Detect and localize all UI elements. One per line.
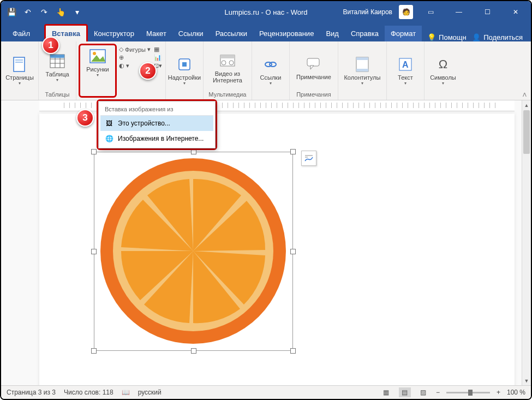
chevron-down-icon: ▾ — [183, 81, 186, 86]
user-name[interactable]: Виталий Каиров — [343, 8, 392, 16]
tab-mailings[interactable]: Рассылки — [210, 26, 253, 41]
titlebar: 💾 ↶ ↷ 👆 ▾ Lumpics.ru - О нас - Word Вита… — [1, 1, 531, 23]
layout-options-icon — [304, 154, 314, 163]
group-pages: Страницы ▾ — [1, 41, 39, 100]
scroll-down-icon[interactable]: ▼ — [522, 376, 531, 385]
minimize-button[interactable]: — — [448, 1, 470, 23]
svg-marker-21 — [310, 65, 314, 69]
smartart-button[interactable]: ▦ — [154, 46, 162, 53]
word-count[interactable]: Число слов: 118 — [64, 389, 113, 396]
group-label-tables: Таблицы — [45, 91, 70, 99]
document-area: ▲ ▼ — [1, 100, 531, 385]
resize-handle-tl[interactable] — [91, 149, 97, 154]
dropdown-header: Вставка изображения из — [100, 103, 213, 116]
document-page[interactable] — [39, 114, 515, 385]
symbols-button[interactable]: Ω Символы ▾ — [427, 44, 459, 98]
pictures-dropdown: Вставка изображения из 🖼 Это устройство.… — [98, 101, 216, 148]
shapes-icon: ◇ — [119, 46, 123, 53]
vertical-scrollbar[interactable]: ▲ ▼ — [522, 100, 531, 385]
chevron-down-icon: ▾ — [442, 81, 444, 86]
chevron-down-icon: ▾ — [97, 73, 99, 77]
tell-me[interactable]: 💡 Помощн — [427, 33, 467, 41]
chevron-down-icon: ▾ — [19, 81, 21, 86]
headerfooter-icon — [354, 56, 371, 73]
group-headerfooter: Колонтитулы ▾ — [338, 41, 387, 100]
lightbulb-icon: 💡 — [427, 33, 436, 41]
online-video-button[interactable]: Видео из Интернета — [206, 44, 249, 91]
group-comments: Примечание Примечания — [290, 41, 338, 100]
svg-rect-13 — [182, 62, 187, 67]
user-avatar[interactable]: 🧑 — [399, 5, 413, 19]
resize-handle-bm[interactable] — [191, 348, 196, 354]
video-icon — [219, 52, 236, 69]
share-button[interactable]: 👤 Поделиться — [472, 33, 531, 41]
group-label-media: Мультимедиа — [208, 91, 246, 99]
redo-icon[interactable]: ↷ — [38, 6, 50, 18]
language-indicator[interactable]: русский — [138, 389, 162, 396]
device-icon: 🖼 — [105, 119, 113, 128]
collapse-ribbon-icon[interactable]: ᐱ — [523, 92, 527, 98]
scroll-up-icon[interactable]: ▲ — [522, 100, 531, 110]
text-button[interactable]: A Текст ▾ — [389, 44, 422, 98]
tab-help[interactable]: Справка — [345, 26, 385, 41]
comment-button[interactable]: Примечание — [292, 44, 336, 91]
headerfooter-button[interactable]: Колонтитулы ▾ — [340, 44, 384, 98]
print-layout-icon[interactable]: ▤ — [399, 387, 411, 397]
group-label-comments: Примечания — [296, 91, 331, 99]
pictures-button[interactable]: Рисунки ▾ — [81, 46, 114, 79]
web-layout-icon[interactable]: ▨ — [417, 387, 429, 397]
resize-handle-tr[interactable] — [290, 149, 296, 154]
picture-icon — [89, 47, 106, 65]
tab-layout[interactable]: Макет — [140, 26, 172, 41]
zoom-slider[interactable] — [446, 392, 490, 393]
dropdown-online-pictures[interactable]: 🌐 Изображения в Интернете... — [100, 131, 213, 146]
text-icon: A — [397, 56, 414, 73]
tab-file[interactable]: Файл — [7, 26, 36, 41]
svg-rect-17 — [220, 55, 235, 58]
undo-icon[interactable]: ↶ — [22, 6, 34, 18]
tab-review[interactable]: Рецензирование — [253, 26, 320, 41]
close-button[interactable]: ✕ — [505, 1, 527, 23]
annotation-marker-3: 3 — [76, 109, 94, 127]
qat-dropdown-icon[interactable]: ▾ — [71, 6, 83, 18]
tab-format[interactable]: Формат — [385, 26, 422, 41]
annotation-marker-1: 1 — [42, 37, 59, 54]
resize-handle-mr[interactable] — [290, 249, 296, 254]
maximize-button[interactable]: ☐ — [476, 1, 498, 23]
chart-button[interactable]: 📊 — [154, 54, 162, 61]
scrollbar-thumb[interactable] — [523, 110, 530, 154]
group-links: Ссылки ▾ — [252, 41, 290, 100]
page-indicator[interactable]: Страница 3 из 3 — [7, 389, 56, 396]
group-text: A Текст ▾ — [387, 41, 425, 100]
window-title: Lumpics.ru - О нас - Word — [224, 8, 307, 16]
chevron-down-icon: ▾ — [404, 81, 407, 86]
svg-point-19 — [270, 62, 276, 67]
addins-button[interactable]: Надстройки ▾ — [168, 44, 201, 98]
layout-options-button[interactable] — [301, 151, 316, 166]
zoom-in-button[interactable]: + — [497, 389, 500, 396]
pages-button[interactable]: Страницы ▾ — [3, 44, 36, 98]
omega-icon: Ω — [434, 56, 452, 73]
addins-icon — [176, 56, 193, 73]
links-button[interactable]: Ссылки ▾ — [254, 44, 287, 98]
spellcheck-icon[interactable]: 📖 — [122, 389, 130, 396]
tab-design[interactable]: Конструктор — [88, 26, 140, 41]
resize-handle-bl[interactable] — [91, 348, 97, 354]
svg-rect-2 — [15, 62, 23, 63]
ribbon-display-icon[interactable]: ▭ — [420, 1, 441, 23]
group-media: Видео из Интернета Мультимедиа — [204, 41, 252, 100]
touch-icon[interactable]: 👆 — [55, 6, 67, 18]
icons-button[interactable]: ⊕ — [119, 54, 151, 61]
read-mode-icon[interactable]: ▦ — [380, 387, 392, 397]
tab-view[interactable]: Вид — [320, 26, 345, 41]
save-icon[interactable]: 💾 — [5, 6, 17, 18]
ribbon-tabs: Файл Вставка Конструктор Макет Ссылки Ра… — [1, 23, 531, 41]
dropdown-this-device[interactable]: 🖼 Это устройство... — [100, 116, 213, 131]
zoom-out-button[interactable]: − — [436, 389, 440, 396]
zoom-level[interactable]: 100 % — [507, 389, 525, 396]
resize-handle-br[interactable] — [290, 348, 296, 354]
selected-image[interactable] — [94, 152, 293, 351]
shapes-button[interactable]: ◇Фигуры▾ — [119, 46, 151, 53]
resize-handle-ml[interactable] — [91, 249, 97, 254]
tab-references[interactable]: Ссылки — [172, 26, 210, 41]
